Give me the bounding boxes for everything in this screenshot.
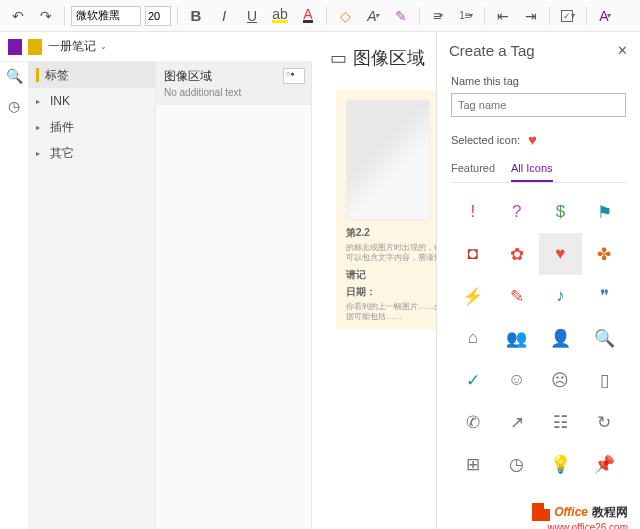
separator	[419, 7, 420, 25]
recent-icon[interactable]: ◷	[8, 98, 20, 114]
page-title-text[interactable]: 图像区域	[353, 46, 425, 70]
formatting-toolbar: ↶ ↷ B I U ab A ◇ A▾ ✎ ≡▾ 1≡▾ ⇤ ⇥ ✓▾ A▾	[0, 0, 640, 32]
search-icon[interactable]: 🔍	[6, 68, 23, 84]
section-list: 标签 ▸ INK ▸ 插件 ▸ 其它	[28, 62, 156, 529]
pen-icon[interactable]: ✎	[495, 275, 539, 317]
tab-all-icons[interactable]: All Icons	[511, 158, 553, 182]
calendar-icon[interactable]: ☷	[539, 401, 583, 443]
section-item-ink[interactable]: ▸ INK	[28, 88, 155, 114]
clear-formatting-button[interactable]: ◇	[333, 4, 357, 28]
font-color-button[interactable]: A	[296, 4, 320, 28]
chevron-down-icon[interactable]: ⌄	[100, 42, 107, 51]
create-tag-panel: Create a Tag ✕ Name this tag Selected ic…	[436, 32, 640, 529]
format-painter-button[interactable]: ✎	[389, 4, 413, 28]
heart-icon[interactable]: ♥	[539, 233, 583, 275]
expand-icon: ▸	[36, 123, 44, 132]
page-item[interactable]: 图像区域 No additional text	[156, 62, 311, 105]
icon-grid: ! ? $ ⚑ ◘ ✿ ♥ ✤ ⚡ ✎ ♪ ❞ ⌂ 👥 👤 🔍 ✓ ☺ ☹ ▯ …	[451, 191, 626, 485]
section-color-bar	[36, 68, 39, 82]
smile-icon[interactable]: ☺	[495, 359, 539, 401]
exclamation-icon[interactable]: !	[451, 191, 495, 233]
icon-tabs: Featured All Icons	[451, 158, 626, 183]
book-icon: ▭	[330, 47, 347, 69]
todo-tag-button[interactable]: ✓▾	[556, 4, 580, 28]
section-item-other[interactable]: ▸ 其它	[28, 140, 155, 166]
notebook-name[interactable]: 一册笔记	[48, 38, 96, 55]
flower-icon[interactable]: ✿	[495, 233, 539, 275]
flag-icon[interactable]: ⚑	[582, 191, 626, 233]
phone-device-icon[interactable]: ▯	[582, 359, 626, 401]
person-search-icon[interactable]: 🔍	[582, 317, 626, 359]
pushpin-icon[interactable]: ◘	[451, 233, 495, 275]
selected-icon-row: Selected icon: ♥	[451, 131, 626, 148]
styles-button[interactable]: A▾	[361, 4, 385, 28]
embedded-image	[346, 100, 430, 220]
grid-icon[interactable]: ⊞	[451, 443, 495, 485]
section-label: INK	[50, 94, 70, 108]
bulleted-list-button[interactable]: ≡▾	[426, 4, 450, 28]
calendar-refresh-icon[interactable]: ↻	[582, 401, 626, 443]
font-name-input[interactable]	[71, 6, 141, 26]
bold-button[interactable]: B	[184, 4, 208, 28]
left-rail: 🔍 ◷	[0, 62, 28, 114]
notebook-icon	[8, 39, 22, 55]
italic-button[interactable]: I	[212, 4, 236, 28]
page-list: 图像区域 No additional text	[156, 62, 312, 529]
redo-button[interactable]: ↷	[34, 4, 58, 28]
page-subtitle: No additional text	[164, 87, 303, 98]
underline-button[interactable]: U	[240, 4, 264, 28]
section-label: 标签	[45, 67, 69, 84]
close-icon[interactable]: ✕	[617, 43, 628, 58]
phone-icon[interactable]: ✆	[451, 401, 495, 443]
section-label: 其它	[50, 145, 74, 162]
selected-icon-label: Selected icon:	[451, 134, 520, 146]
panel-title: Create a Tag	[449, 42, 535, 59]
heart-icon: ♥	[528, 131, 537, 148]
clock-icon[interactable]: ◷	[495, 443, 539, 485]
separator	[64, 7, 65, 25]
lightning-icon[interactable]: ⚡	[451, 275, 495, 317]
styles-dropdown-button[interactable]: A▾	[593, 4, 617, 28]
separator	[484, 7, 485, 25]
outdent-button[interactable]: ⇤	[491, 4, 515, 28]
call-out-icon[interactable]: ↗	[495, 401, 539, 443]
section-label: 插件	[50, 119, 74, 136]
section-item-tags[interactable]: 标签	[28, 62, 155, 88]
separator	[326, 7, 327, 25]
lightbulb-icon[interactable]: 💡	[539, 443, 583, 485]
undo-button[interactable]: ↶	[6, 4, 30, 28]
dollar-icon[interactable]: $	[539, 191, 583, 233]
question-icon[interactable]: ?	[495, 191, 539, 233]
font-size-input[interactable]	[145, 6, 171, 26]
indent-button[interactable]: ⇥	[519, 4, 543, 28]
expand-icon: ▸	[36, 149, 44, 158]
quote-icon[interactable]: ❞	[582, 275, 626, 317]
home-icon[interactable]: ⌂	[451, 317, 495, 359]
person-plus-icon[interactable]: 👤	[539, 317, 583, 359]
highlight-button[interactable]: ab	[268, 4, 292, 28]
frown-icon[interactable]: ☹	[539, 359, 583, 401]
pin-icon[interactable]: 📌	[582, 443, 626, 485]
clover-icon[interactable]: ✤	[582, 233, 626, 275]
name-field-label: Name this tag	[451, 75, 626, 87]
section-item-plugins[interactable]: ▸ 插件	[28, 114, 155, 140]
expand-icon: ▸	[36, 97, 44, 106]
numbered-list-button[interactable]: 1≡▾	[454, 4, 478, 28]
person-check-icon[interactable]: ✓	[451, 359, 495, 401]
section-group-icon	[28, 39, 42, 55]
tag-name-input[interactable]	[451, 93, 626, 117]
watermark-url: www.office26.com	[548, 522, 628, 529]
tab-featured[interactable]: Featured	[451, 158, 495, 182]
separator	[586, 7, 587, 25]
separator	[177, 7, 178, 25]
music-note-icon[interactable]: ♪	[539, 275, 583, 317]
panel-header: Create a Tag ✕	[437, 32, 640, 69]
separator	[549, 7, 550, 25]
people-icon[interactable]: 👥	[495, 317, 539, 359]
page-thumbnail	[283, 68, 305, 84]
